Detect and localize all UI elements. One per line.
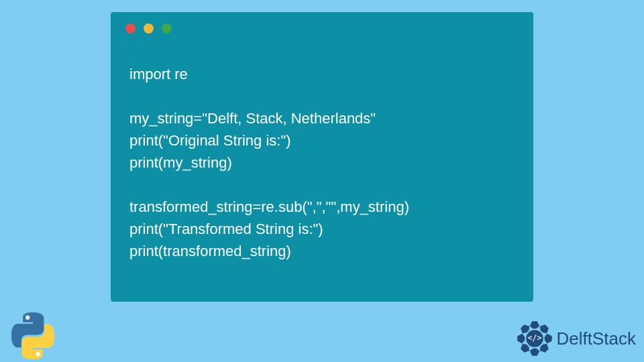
code-window: import re my_string="Delft, Stack, Nethe… (111, 12, 533, 302)
maximize-icon (162, 23, 172, 34)
window-title-bar (111, 12, 533, 44)
brand-badge: </> DelftStack (515, 319, 637, 358)
minimize-icon (144, 23, 154, 34)
delftstack-logo-icon: </> (515, 319, 554, 358)
python-logo-icon (7, 310, 59, 362)
close-icon (125, 23, 136, 34)
svg-text:</>: </> (527, 333, 541, 343)
svg-point-0 (25, 316, 30, 320)
svg-point-1 (36, 352, 40, 356)
brand-name: DelftStack (557, 328, 637, 349)
code-content: import re my_string="Delft, Stack, Nethe… (111, 44, 533, 262)
